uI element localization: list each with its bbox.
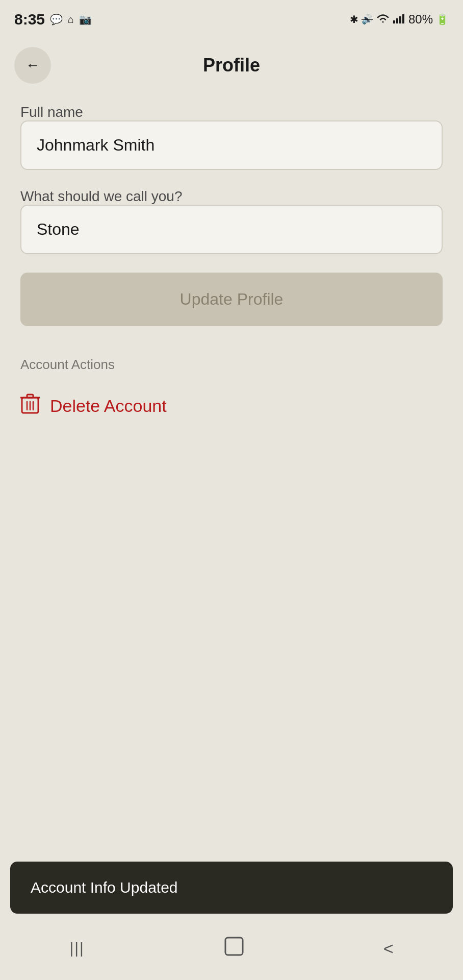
toast-notification: Account Info Updated [10,862,453,914]
trash-icon [20,393,40,419]
full-name-input[interactable] [20,120,443,170]
nav-menu-icon[interactable]: ||| [69,940,84,957]
svg-rect-1 [396,18,398,23]
battery-icon: 🔋 [436,13,449,26]
svg-rect-2 [399,16,401,23]
back-arrow-icon: ← [25,57,40,74]
account-actions-label: Account Actions [20,357,443,373]
nav-back-icon[interactable]: < [383,939,394,959]
nickname-input[interactable] [20,205,443,254]
battery-percent: 80% [408,12,433,27]
wifi-icon [376,13,390,27]
back-button[interactable]: ← [14,47,51,84]
svg-rect-0 [393,20,395,23]
nav-home-icon[interactable] [224,936,244,961]
status-time: 8:35 [14,11,45,28]
message-icon: 💬 [50,13,63,26]
profile-form: Full name What should we call you? Updat… [0,94,463,434]
nickname-label: What should we call you? [20,188,183,204]
home-icon: ⌂ [68,14,74,26]
status-left-group: 8:35 💬 ⌂ 📷 [14,11,92,28]
video-icon: 📷 [79,13,92,26]
bottom-nav: ||| < [0,924,463,980]
bluetooth-icon: ✱ [350,13,358,26]
mute-icon: 🔊 [362,14,373,25]
status-bar: 8:35 💬 ⌂ 📷 ✱ 🔊 80% 🔋 [0,0,463,37]
toast-message: Account Info Updated [31,879,178,896]
page-title: Profile [203,55,260,76]
account-actions-section: Account Actions Delete Account [20,357,443,424]
signal-icon [393,13,405,26]
svg-rect-3 [402,14,404,23]
header: ← Profile [0,37,463,94]
full-name-label: Full name [20,104,83,120]
svg-rect-10 [225,938,243,955]
delete-account-row[interactable]: Delete Account [20,388,443,424]
delete-account-text: Delete Account [50,396,167,416]
status-right-group: ✱ 🔊 80% 🔋 [350,12,449,27]
update-profile-button[interactable]: Update Profile [20,273,443,326]
